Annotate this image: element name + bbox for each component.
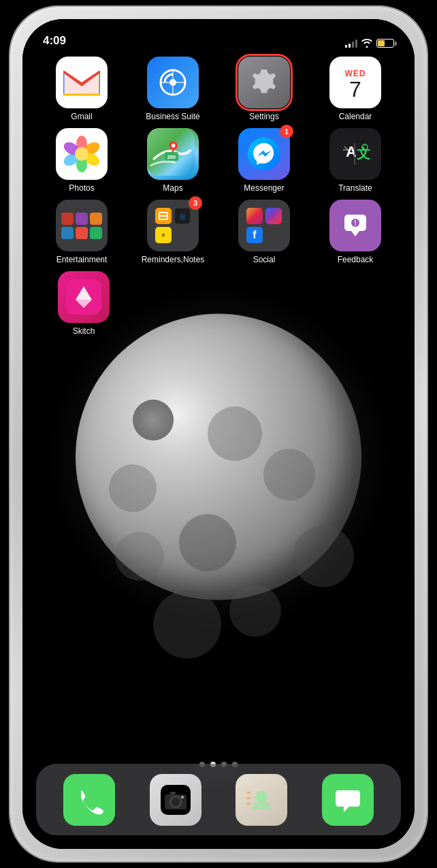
status-icons xyxy=(345,39,394,48)
svg-point-33 xyxy=(173,799,178,805)
svg-point-16 xyxy=(172,144,176,148)
app-item-messenger[interactable]: 1 xyxy=(223,128,305,193)
svg-point-35 xyxy=(181,796,184,799)
app-row-1: Gmail xyxy=(36,57,401,121)
app-row-3: Entertainment 3 xyxy=(36,200,401,264)
app-label-maps: Maps xyxy=(163,183,182,193)
calendar-day-num: 7 xyxy=(349,78,361,100)
phone-inner: 4:09 xyxy=(22,19,415,849)
svg-text:文: 文 xyxy=(357,146,370,161)
wifi-icon xyxy=(361,39,372,48)
app-item-settings[interactable]: Settings xyxy=(223,57,305,121)
app-item-translate[interactable]: A 文 Translate xyxy=(314,128,396,193)
dock-item-messages[interactable] xyxy=(322,774,374,826)
app-label-skitch: Skitch xyxy=(73,326,95,336)
phone-outer: 4:09 xyxy=(10,7,427,861)
app-label-calendar: Calendar xyxy=(339,112,372,121)
svg-rect-37 xyxy=(246,792,250,794)
svg-text:280: 280 xyxy=(167,154,176,160)
battery-icon xyxy=(376,39,394,48)
app-grid: Gmail xyxy=(22,57,415,343)
app-item-entertainment[interactable]: Entertainment xyxy=(41,200,123,264)
signal-bars-icon xyxy=(345,40,357,48)
app-item-photos[interactable]: Photos xyxy=(41,128,123,193)
notch xyxy=(164,19,273,38)
battery-fill xyxy=(378,40,385,46)
app-label-social: Social xyxy=(253,255,276,264)
svg-rect-38 xyxy=(246,797,250,799)
app-item-reminders-notes[interactable]: 3 ◎ xyxy=(132,200,214,264)
app-item-gmail[interactable]: Gmail xyxy=(41,57,123,121)
svg-point-13 xyxy=(75,147,88,161)
moon xyxy=(76,314,361,600)
app-label-reminders-notes: Reminders,Notes xyxy=(142,255,205,264)
app-label-messenger: Messenger xyxy=(244,183,284,193)
settings-highlight-ring xyxy=(236,54,293,111)
app-label-settings: Settings xyxy=(249,112,278,121)
app-row-4: Skitch xyxy=(36,271,401,336)
app-label-entertainment: Entertainment xyxy=(56,255,108,264)
app-item-maps[interactable]: 280 Maps xyxy=(132,128,214,193)
app-item-feedback[interactable]: ! Feedback xyxy=(314,200,396,264)
app-item-social[interactable]: f Social xyxy=(223,200,305,264)
app-item-skitch[interactable]: Skitch xyxy=(43,271,125,336)
app-label-translate: Translate xyxy=(338,183,372,193)
app-item-business-suite[interactable]: Business Suite xyxy=(132,57,214,121)
svg-point-19 xyxy=(248,138,280,170)
dock-item-phone[interactable] xyxy=(63,774,115,826)
messenger-badge: 1 xyxy=(280,125,293,138)
svg-rect-39 xyxy=(246,803,250,805)
dock-item-contacts[interactable] xyxy=(236,774,287,826)
app-label-business-suite: Business Suite xyxy=(146,112,199,121)
dock xyxy=(36,764,401,835)
app-label-gmail: Gmail xyxy=(71,112,92,121)
app-label-feedback: Feedback xyxy=(338,255,374,264)
reminders-badge: 3 xyxy=(189,196,202,210)
svg-text:!: ! xyxy=(354,219,356,227)
svg-rect-34 xyxy=(170,792,176,794)
app-row-2: Photos xyxy=(36,128,401,193)
app-label-photos: Photos xyxy=(69,183,94,193)
app-item-calendar[interactable]: WED 7 Calendar xyxy=(314,57,396,121)
wallpaper: 4:09 xyxy=(22,19,415,849)
dock-item-camera[interactable] xyxy=(150,774,201,826)
svg-point-36 xyxy=(256,791,267,802)
